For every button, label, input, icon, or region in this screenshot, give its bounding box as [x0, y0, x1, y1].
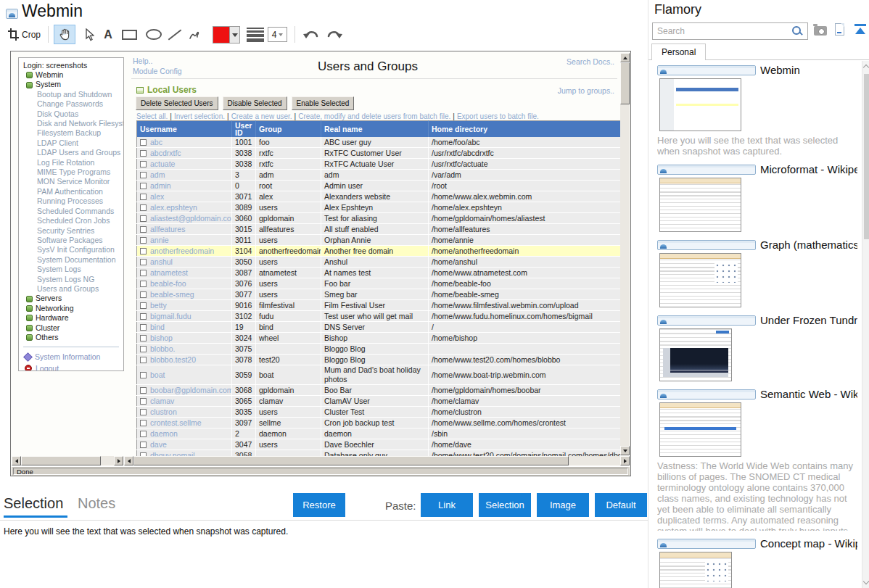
username-link: bind	[150, 323, 165, 331]
selection-paste-button[interactable]: Selection	[479, 493, 531, 517]
username-link: anshul	[150, 257, 173, 266]
snapshot-thumbnail[interactable]	[659, 178, 741, 232]
selection-text: Here you will see the text that was sele…	[4, 526, 288, 537]
webmin-login-label: Login: screenshots	[22, 60, 123, 70]
link-paste-button[interactable]: Link	[421, 493, 473, 517]
list-item[interactable]: Webmin Here you will see the text that w…	[657, 64, 857, 157]
username-link: annie	[150, 236, 169, 244]
snapshot-title-row[interactable]: Concept map - Wikipedia, the free encycl…	[657, 537, 857, 550]
snapshot-title-row[interactable]: Under Frozen Tundra, an Icebreaking Ship…	[657, 314, 857, 326]
line-width-button[interactable]	[244, 25, 266, 44]
hand-tool-button[interactable]	[54, 25, 75, 44]
rectangle-icon	[122, 30, 137, 40]
row-checkbox	[140, 346, 147, 352]
tab-personal[interactable]: Personal	[651, 44, 706, 60]
webmin-category: Webmin	[22, 70, 123, 80]
freehand-icon	[188, 28, 201, 41]
text-tool-icon: A	[104, 28, 112, 41]
snapshot-title-row[interactable]: Semantic Web - Wikipedia, the free encyc…	[657, 388, 857, 400]
scrollbar-thumb	[21, 456, 101, 465]
row-checkbox	[140, 161, 147, 167]
collapse-panel-icon[interactable]	[854, 24, 866, 35]
redo-button[interactable]	[324, 25, 345, 44]
snapshot-preview[interactable]: Login: screenshots Webmin System Bootup …	[10, 51, 631, 476]
list-item[interactable]: Concept map - Wikipedia, the free encycl…	[657, 537, 857, 588]
row-checkbox	[140, 324, 147, 331]
snapshot-app-icon	[657, 240, 756, 250]
username-link: abcdrxtfc	[150, 149, 181, 157]
text-tool-button[interactable]: A	[99, 25, 118, 44]
freehand-tool-button[interactable]	[184, 25, 205, 44]
camera-icon[interactable]	[814, 26, 827, 36]
snapshot-thumbnail[interactable]	[659, 253, 741, 307]
row-checkbox	[140, 442, 147, 448]
row-checkbox	[140, 237, 147, 244]
restore-button[interactable]: Restore	[293, 493, 345, 517]
webmin-menu-item: Log File Rotation	[22, 158, 123, 167]
table-row: allfeatures 3015 allfeatures All stuff e…	[137, 224, 621, 235]
snapshot-caption: Here you will see the text that was sele…	[657, 135, 857, 157]
webmin-category: Hardware	[22, 313, 123, 323]
webmin-menu-item: Bootup and Shutdown	[22, 90, 123, 99]
row-checkbox	[140, 357, 147, 363]
toolbar-separator	[295, 26, 295, 43]
webmin-action-button: Disable Selected	[223, 96, 287, 110]
snapshot-title-row[interactable]: Webmin	[657, 64, 857, 76]
username-link: actuate	[150, 160, 175, 168]
system-information-icon	[23, 352, 33, 362]
ellipse-tool-button[interactable]	[142, 25, 165, 44]
table-row: beable-foo 3076 users Foo bar /home/beab…	[137, 278, 621, 289]
select-tool-button[interactable]	[78, 25, 100, 44]
list-item[interactable]: Graph (mathematics) - Wikipedia, the fre…	[657, 239, 857, 307]
search-input[interactable]	[653, 26, 791, 36]
tab-notes[interactable]: Notes	[78, 495, 115, 512]
username-link: dave	[150, 440, 167, 449]
username-link: clamav	[150, 397, 174, 405]
list-item[interactable]: Microformat - Wikipedia, the free encycl…	[657, 163, 857, 232]
list-item[interactable]: Under Frozen Tundra, an Icebreaking Ship…	[657, 314, 857, 381]
col-username: Username	[137, 121, 232, 138]
line-tool-button[interactable]	[165, 25, 185, 44]
table-row: admin 0 root Admin user /root	[137, 181, 621, 191]
username-link: adm	[150, 170, 165, 179]
color-dropdown-button[interactable]	[230, 27, 239, 43]
default-paste-button[interactable]: Default	[595, 493, 647, 517]
image-paste-button[interactable]: Image	[537, 493, 589, 517]
snapshot-thumbnail[interactable]	[659, 78, 741, 131]
annotation-toolbar: Crop A 4	[0, 24, 648, 45]
hand-icon	[58, 28, 72, 41]
col-home-directory: Home directory	[429, 121, 621, 138]
crop-icon	[9, 30, 18, 39]
scrollbar-thumb[interactable]	[864, 74, 869, 239]
snapshot-list: Webmin Here you will see the text that w…	[657, 64, 857, 588]
webmin-menu-item: LDAP Client	[22, 138, 123, 148]
size-dropdown[interactable]: 4	[268, 27, 287, 42]
size-value: 4	[272, 30, 277, 40]
flamory-window: Webmin Crop A	[0, 0, 869, 588]
ellipse-icon	[146, 29, 162, 40]
crop-button[interactable]: Crop	[4, 25, 45, 44]
list-item[interactable]: Semantic Web - Wikipedia, the free encyc…	[657, 388, 857, 531]
document-icon[interactable]	[835, 23, 844, 36]
undo-button[interactable]	[300, 25, 322, 44]
flamory-sidebar: Flamory Personal Webmin Here you will se…	[648, 0, 869, 588]
color-swatch	[213, 27, 230, 43]
webmin-menu-item: PAM Authentication	[22, 187, 123, 196]
snapshot-thumbnail[interactable]	[659, 328, 732, 381]
rectangle-tool-button[interactable]	[118, 25, 140, 44]
search-icon[interactable]	[791, 25, 803, 37]
row-checkbox	[140, 398, 147, 405]
snapshot-title-row[interactable]: Graph (mathematics) - Wikipedia, the fre…	[657, 239, 857, 251]
snapshot-title-row[interactable]: Microformat - Wikipedia, the free encycl…	[657, 163, 857, 175]
snapshot-thumbnail[interactable]	[659, 552, 732, 588]
row-checkbox	[140, 270, 147, 276]
webmin-links-row: Select all.|Invert selection.|Create a n…	[136, 112, 539, 120]
color-picker[interactable]	[213, 26, 240, 44]
panel-scrollbar[interactable]	[862, 61, 869, 588]
username-link: crontest.sellme	[150, 418, 202, 427]
username-link: alex.epshteyn	[150, 203, 197, 212]
snapshot-thumbnail[interactable]	[659, 402, 741, 457]
tab-selection[interactable]: Selection	[4, 495, 63, 512]
webmin-menu-item: Scheduled Commands	[22, 207, 123, 216]
webmin-menu-item: Scheduled Cron Jobs	[22, 216, 123, 225]
